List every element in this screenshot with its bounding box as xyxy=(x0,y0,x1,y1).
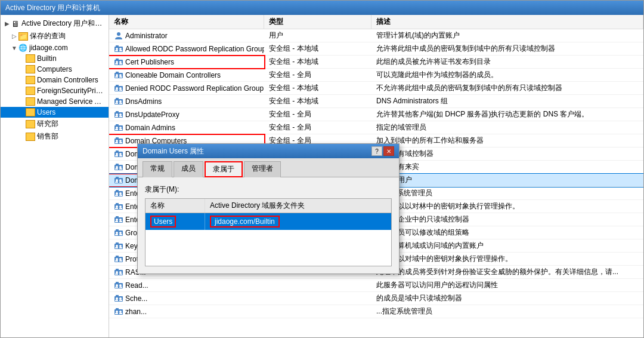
table-header-name: 名称 xyxy=(145,199,205,213)
table-header-path: Active Directory 域服务文件夹 xyxy=(205,199,391,213)
tab-members[interactable]: 成员 xyxy=(174,161,203,177)
dialog-content: 隶属于(M): 名称 Active Directory 域服务文件夹 Users… xyxy=(138,177,399,274)
membership-table: 名称 Active Directory 域服务文件夹 Users jidaoge… xyxy=(145,198,392,266)
dialog-title-buttons: ? ✕ xyxy=(371,146,394,156)
member-path-cell: jidaoge.com/Builtin xyxy=(205,213,391,230)
dialog-title: Domain Users 属性 xyxy=(143,146,204,156)
tab-general[interactable]: 常规 xyxy=(143,161,172,177)
section-label: 隶属于(M): xyxy=(145,185,392,195)
tab-member-of[interactable]: 隶属于 xyxy=(205,161,243,177)
table-header: 名称 Active Directory 域服务文件夹 xyxy=(145,199,391,213)
dialog-overlay: Domain Users 属性 ? ✕ 常规 成员 隶属于 管理者 xyxy=(0,0,644,338)
properties-dialog: Domain Users 属性 ? ✕ 常规 成员 隶属于 管理者 xyxy=(137,143,400,274)
dialog-close-button[interactable]: ✕ xyxy=(383,146,394,156)
dialog-help-button[interactable]: ? xyxy=(371,146,382,156)
member-name-cell: Users xyxy=(145,213,205,230)
table-empty-space xyxy=(145,230,391,266)
member-name-badge: Users xyxy=(150,216,176,228)
member-path-badge: jidaoge.com/Builtin xyxy=(210,216,280,228)
tab-managed-by[interactable]: 管理者 xyxy=(244,161,281,177)
table-row[interactable]: Users jidaoge.com/Builtin xyxy=(145,213,391,230)
dialog-tabs: 常规 成员 隶属于 管理者 xyxy=(138,158,399,177)
dialog-title-bar: Domain Users 属性 ? ✕ xyxy=(138,144,399,158)
